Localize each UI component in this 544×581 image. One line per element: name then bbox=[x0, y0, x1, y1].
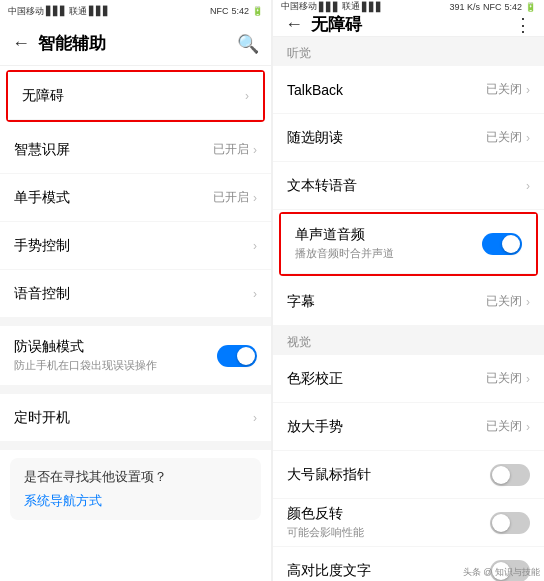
right-more-button[interactable]: ⋮ bbox=[514, 14, 532, 36]
wuzhangai-item[interactable]: 无障碍 › bbox=[8, 72, 263, 120]
wenbenzhuyuyin-chevron: › bbox=[526, 179, 530, 193]
left-carrier2: 联通 bbox=[69, 5, 87, 18]
danshengdao-item[interactable]: 单声道音频 播放音频时合并声道 bbox=[281, 214, 536, 274]
left-status-right: NFC 5:42 🔋 bbox=[210, 6, 263, 16]
suixuanlangdu-right: 已关闭 › bbox=[486, 129, 530, 146]
danshengdao-title: 单声道音频 bbox=[295, 226, 482, 244]
yansefanzhuan-left: 颜色反转 可能会影响性能 bbox=[287, 505, 490, 540]
danshengdao-right bbox=[482, 233, 522, 255]
fangwuchu-right bbox=[217, 345, 257, 367]
shoushikongzhi-title: 手势控制 bbox=[14, 237, 253, 255]
danshengdao-toggle[interactable] bbox=[482, 233, 522, 255]
shoushikongzhi-item[interactable]: 手势控制 › bbox=[0, 222, 271, 270]
talkback-title: TalkBack bbox=[287, 82, 486, 98]
zimu-status: 已关闭 bbox=[486, 293, 522, 310]
talkback-left: TalkBack bbox=[287, 82, 486, 98]
suixuanlangdu-left: 随选朗读 bbox=[287, 129, 486, 147]
wenbenzhuyuyin-title: 文本转语音 bbox=[287, 177, 526, 195]
secaijiaozhen-status: 已关闭 bbox=[486, 370, 522, 387]
dahaozhuzhen-toggle[interactable] bbox=[490, 464, 530, 486]
left-carrier: 中国移动 bbox=[8, 5, 44, 18]
left-status-left: 中国移动 ▋▋▋ 联通 ▋▋▋ bbox=[8, 5, 110, 18]
secaijiaozhen-title: 色彩校正 bbox=[287, 370, 486, 388]
fangdashoushi-item[interactable]: 放大手势 已关闭 › bbox=[273, 403, 544, 451]
dingshikaiji-title: 定时开机 bbox=[14, 409, 253, 427]
shoushikongzhi-right: › bbox=[253, 239, 257, 253]
right-battery: 🔋 bbox=[525, 2, 536, 12]
yansefanzhuan-toggle-knob bbox=[492, 514, 510, 532]
zimu-chevron: › bbox=[526, 295, 530, 309]
fangdashoushi-status: 已关闭 bbox=[486, 418, 522, 435]
wuzhangai-right: › bbox=[245, 89, 249, 103]
danshengdao-toggle-knob bbox=[502, 235, 520, 253]
danshoumoshi-item[interactable]: 单手模式 已开启 › bbox=[0, 174, 271, 222]
yansefanzhuan-right bbox=[490, 512, 530, 534]
talkback-item[interactable]: TalkBack 已关闭 › bbox=[273, 66, 544, 114]
talkback-right: 已关闭 › bbox=[486, 81, 530, 98]
fangwuchu-title: 防误触模式 bbox=[14, 338, 217, 356]
shoushikongzhi-chevron: › bbox=[253, 239, 257, 253]
danshoumoshi-title: 单手模式 bbox=[14, 189, 213, 207]
fangwuchu-left: 防误触模式 防止手机在口袋出现误误操作 bbox=[14, 338, 217, 373]
danshoumoshi-left: 单手模式 bbox=[14, 189, 213, 207]
bottom-card-link[interactable]: 系统导航方式 bbox=[24, 492, 247, 510]
zimu-item[interactable]: 字幕 已关闭 › bbox=[273, 278, 544, 326]
right-status-left: 中国移动 ▋▋▋ 联通 ▋▋▋ bbox=[281, 0, 383, 13]
left-battery: 🔋 bbox=[252, 6, 263, 16]
right-carrier: 中国移动 bbox=[281, 0, 317, 13]
secaijiaozhen-right: 已关闭 › bbox=[486, 370, 530, 387]
left-nfc: NFC bbox=[210, 6, 229, 16]
wuzhangai-highlighted[interactable]: 无障碍 › bbox=[6, 70, 265, 122]
secaijiaozhen-item[interactable]: 色彩校正 已关闭 › bbox=[273, 355, 544, 403]
fangdashoushi-right: 已关闭 › bbox=[486, 418, 530, 435]
right-panel: 中国移动 ▋▋▋ 联通 ▋▋▋ 391 K/s NFC 5:42 🔋 ← 无障碍… bbox=[273, 0, 544, 581]
zhihuishiping-right: 已开启 › bbox=[213, 141, 257, 158]
left-status-bar: 中国移动 ▋▋▋ 联通 ▋▋▋ NFC 5:42 🔋 bbox=[0, 0, 271, 22]
danshengdao-highlighted[interactable]: 单声道音频 播放音频时合并声道 bbox=[279, 212, 538, 276]
left-signal-bars: ▋▋▋ bbox=[46, 6, 67, 16]
suixuanlangdu-chevron: › bbox=[526, 131, 530, 145]
gaodubidu-left: 高对比度文字 bbox=[287, 562, 490, 580]
left-divider2 bbox=[0, 386, 271, 394]
left-divider3 bbox=[0, 442, 271, 450]
shoushikongzhi-left: 手势控制 bbox=[14, 237, 253, 255]
wuzhangai-left: 无障碍 bbox=[22, 87, 245, 105]
dingshikaiji-left: 定时开机 bbox=[14, 409, 253, 427]
danshoumoshi-status: 已开启 bbox=[213, 189, 249, 206]
yansefanzhuan-toggle[interactable] bbox=[490, 512, 530, 534]
fangwuchu-toggle[interactable] bbox=[217, 345, 257, 367]
wuzhangai-chevron: › bbox=[245, 89, 249, 103]
wenbenzhuyuyin-item[interactable]: 文本转语音 › bbox=[273, 162, 544, 210]
wuzhangai-title: 无障碍 bbox=[22, 87, 245, 105]
dahaozhuzhen-right bbox=[490, 464, 530, 486]
left-nav-bar: ← 智能辅助 🔍 bbox=[0, 22, 271, 66]
section-hearing-label: 听觉 bbox=[273, 37, 544, 66]
fangwuchu-item[interactable]: 防误触模式 防止手机在口袋出现误误操作 bbox=[0, 326, 271, 386]
left-panel: 中国移动 ▋▋▋ 联通 ▋▋▋ NFC 5:42 🔋 ← 智能辅助 🔍 无障碍 … bbox=[0, 0, 271, 581]
left-time: 5:42 bbox=[231, 6, 249, 16]
right-back-button[interactable]: ← bbox=[285, 14, 303, 35]
left-back-button[interactable]: ← bbox=[12, 33, 30, 54]
right-page-title: 无障碍 bbox=[311, 13, 514, 36]
danshoumoshi-right: 已开启 › bbox=[213, 189, 257, 206]
left-signal2: ▋▋▋ bbox=[89, 6, 110, 16]
wenbenzhuyuyin-right: › bbox=[526, 179, 530, 193]
left-divider1 bbox=[0, 318, 271, 326]
zimu-title: 字幕 bbox=[287, 293, 486, 311]
dingshikaiji-right: › bbox=[253, 411, 257, 425]
danshengdao-left: 单声道音频 播放音频时合并声道 bbox=[295, 226, 482, 261]
left-search-button[interactable]: 🔍 bbox=[237, 33, 259, 55]
right-nfc: NFC bbox=[483, 2, 502, 12]
zhihuishiping-status: 已开启 bbox=[213, 141, 249, 158]
dingshikaiji-item[interactable]: 定时开机 › bbox=[0, 394, 271, 442]
yansefanzhuan-sub: 可能会影响性能 bbox=[287, 525, 490, 540]
zhihuishiping-item[interactable]: 智慧识屏 已开启 › bbox=[0, 126, 271, 174]
yuyinkongzhi-item[interactable]: 语音控制 › bbox=[0, 270, 271, 318]
right-nav-bar: ← 无障碍 ⋮ bbox=[273, 13, 544, 37]
talkback-chevron: › bbox=[526, 83, 530, 97]
suixuanlangdu-title: 随选朗读 bbox=[287, 129, 486, 147]
dahaozhuzhen-item[interactable]: 大号鼠标指针 bbox=[273, 451, 544, 499]
right-status-right: 391 K/s NFC 5:42 🔋 bbox=[449, 2, 536, 12]
suixuanlangdu-item[interactable]: 随选朗读 已关闭 › bbox=[273, 114, 544, 162]
yansefanzhuan-item[interactable]: 颜色反转 可能会影响性能 bbox=[273, 499, 544, 547]
